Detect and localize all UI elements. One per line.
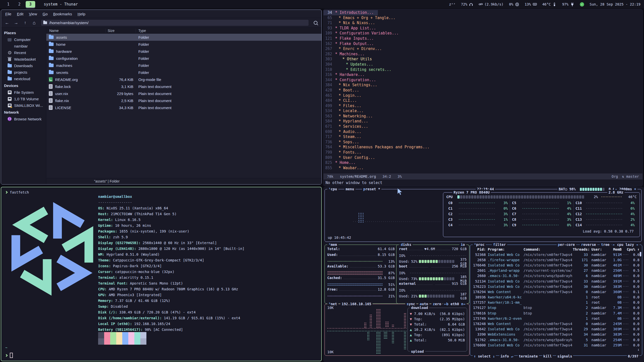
- file-row[interactable]: hardware Folder: [46, 48, 321, 55]
- menu-help[interactable]: Help: [75, 11, 88, 17]
- column-name[interactable]: Name: [46, 29, 106, 33]
- file-row[interactable]: assets Folder: [46, 34, 321, 41]
- sidebar-device-item[interactable]: SMALLBOX Wi...: [1, 102, 46, 109]
- sidebar-place-item[interactable]: projects: [1, 69, 46, 75]
- home-button[interactable]: ⌂: [30, 19, 38, 26]
- process-row[interactable]: 13642 Isolated Web Co /nix/store/sm8fmrf…: [473, 327, 639, 332]
- process-row[interactable]: 2601 .Hyprland-wrapp /run/current-system…: [473, 268, 639, 273]
- terminal-window[interactable]: fastfetch nambiar@smallbox -------------…: [1, 187, 322, 361]
- org-heading-line[interactable]: 162 * Flake Output...: [324, 41, 378, 47]
- path-bar[interactable]: /home/nambiar/system/: [41, 19, 309, 26]
- file-row[interactable]: home Folder: [46, 41, 321, 48]
- org-heading-line[interactable]: 563 * Networking...: [324, 114, 377, 119]
- process-row[interactable]: 2658 .firefox-wrappe /nix/store/sm8fmrf3…: [473, 257, 639, 262]
- org-heading-line[interactable]: 499 * Files...: [324, 103, 365, 109]
- process-row[interactable]: 38936 kworker/u64:6-kc 1 root 0B 0.0: [473, 295, 639, 300]
- proc-filter-button[interactable]: filter: [492, 242, 507, 247]
- proc-reverse-toggle[interactable]: reverse: [580, 242, 597, 247]
- sidebar-place-item[interactable]: nambiar: [1, 43, 46, 49]
- menu-file[interactable]: File: [3, 11, 14, 17]
- signals-button[interactable]: signals: [556, 354, 573, 358]
- sidebar-device-item[interactable]: File System: [1, 89, 46, 96]
- org-heading-line[interactable]: 267 * Envrc + Direnv...: [324, 46, 386, 52]
- org-heading-line[interactable]: 698 * Audio...: [324, 129, 365, 134]
- process-row[interactable]: 178248 Web Content /nix/store/sm8fmrf3wp…: [473, 321, 639, 326]
- org-heading-line[interactable]: 671 * Services...: [324, 124, 372, 129]
- col-mem[interactable]: MemB: [610, 247, 622, 251]
- process-row[interactable]: 52134 Isolated Web Co /nix/store/sm8fmrf…: [473, 279, 639, 284]
- file-row[interactable]: README.org 76,4 KiB Org-mode file: [46, 76, 321, 83]
- org-heading-line[interactable]: 799 * Fonts...: [324, 150, 365, 155]
- sidebar-device-item[interactable]: 1,0 TB Volume: [1, 96, 46, 102]
- file-row[interactable]: flake.lock 3,1 KiB Plain text document: [46, 83, 321, 90]
- process-row[interactable]: 177257 kworker/10:1-mm_ 1 root 0B 0.0: [473, 300, 639, 305]
- back-button[interactable]: ←: [3, 19, 11, 26]
- menu-go[interactable]: Go: [40, 11, 50, 17]
- org-heading-line[interactable]: 121 * Flake Inputs...: [324, 36, 378, 41]
- process-row[interactable]: 179127 btop btop 2 nambiar 7.3M 0.0: [473, 305, 639, 310]
- org-heading-line[interactable]: 93 * TLDR App List...: [324, 26, 380, 31]
- file-row[interactable]: LICENSE 34,3 KiB Plain text document: [46, 104, 321, 111]
- col-command[interactable]: Command:: [524, 247, 573, 251]
- disks-io-toggle[interactable]: io: [459, 242, 466, 247]
- search-button[interactable]: [311, 19, 319, 26]
- menu-view[interactable]: View: [26, 11, 40, 17]
- mem-tab[interactable]: ²mem: [327, 242, 338, 247]
- file-row[interactable]: secrets Folder: [46, 69, 321, 76]
- info-button[interactable]: info ↵: [499, 354, 514, 358]
- column-type[interactable]: Type: [136, 29, 321, 33]
- org-heading-line[interactable]: 109 * Configuration Variables...: [324, 31, 403, 36]
- proc-percore-toggle[interactable]: per-core: [557, 242, 576, 247]
- org-heading-line[interactable]: 461 * Login...: [324, 93, 365, 98]
- org-heading-line[interactable]: 484 * CLI...: [324, 98, 361, 103]
- org-heading-line[interactable]: 809 * User Config...: [324, 155, 379, 160]
- org-heading-line[interactable]: 736 * Sops...: [324, 140, 363, 145]
- org-buffer[interactable]: 34 * Introduction... 65 * Emacs + Org + …: [324, 9, 642, 173]
- sidebar-place-item[interactable]: Downloads: [1, 62, 46, 69]
- proc-tree-toggle[interactable]: tree: [600, 242, 611, 247]
- col-threads[interactable]: Threads:: [573, 247, 591, 251]
- process-scrollbar[interactable]: [640, 252, 641, 256]
- org-heading-line[interactable]: 534 * Locale...: [324, 108, 368, 114]
- org-heading-line[interactable]: 65 * Emacs + Org + Tangle...: [324, 15, 399, 21]
- select-buttons[interactable]: ↑ select ↓: [473, 354, 496, 358]
- process-row[interactable]: 176000 Isolated Web Co /nix/store/sm8fmr…: [473, 342, 639, 348]
- process-row[interactable]: 52368 Isolated Web Co /nix/store/sm8fmrf…: [473, 252, 639, 257]
- file-row[interactable]: machines Folder: [46, 62, 321, 69]
- process-row[interactable]: 176646 Isolated Web Co /nix/store/sm8fmr…: [473, 262, 639, 268]
- org-heading-line[interactable]: 384 * Nix Settings...: [324, 82, 381, 88]
- process-row[interactable]: 175749 kworker/6:2-even 1 root 0B 0.0: [473, 316, 639, 321]
- col-program[interactable]: Program:: [488, 247, 524, 251]
- shell-prompt[interactable]: [5, 353, 13, 358]
- menu-button[interactable]: menu: [344, 187, 355, 192]
- process-row[interactable]: 2660 .emacs-31.0.50- /nix/store/wnqz5pa8…: [473, 273, 639, 279]
- org-heading-line[interactable]: 304 * Updates...: [324, 62, 377, 67]
- preset-button[interactable]: preset *: [362, 187, 381, 192]
- sidebar-place-item[interactable]: Computer: [1, 36, 46, 43]
- col-cpu[interactable]: Cpu% ↑: [622, 247, 639, 251]
- col-pid[interactable]: Pid:: [473, 247, 488, 251]
- net-interface-switcher[interactable]: ←b eth0 n→: [443, 301, 467, 306]
- org-heading-line[interactable]: 316 * Hardware...: [324, 72, 369, 77]
- forward-button[interactable]: →: [12, 19, 20, 26]
- column-size[interactable]: Size: [106, 29, 136, 33]
- org-heading-line[interactable]: 717 * Steam...: [324, 134, 365, 140]
- org-heading-line[interactable]: 344 * Configuration...: [324, 77, 380, 83]
- net-zero-toggle[interactable]: zero: [431, 301, 442, 306]
- sidebar-place-item[interactable]: nextcloud: [1, 75, 46, 82]
- sidebar-place-item[interactable]: Wastebasket: [1, 56, 46, 62]
- terminate-button[interactable]: terminate: [518, 354, 539, 358]
- sidebar-network-item[interactable]: Browse Network: [1, 116, 46, 122]
- org-heading-line[interactable]: 34 * Introduction...: [324, 10, 378, 15]
- org-heading-line[interactable]: 764 * Miscellaneous Packages and Program…: [324, 145, 433, 150]
- org-heading-line[interactable]: 825 * Home...: [324, 160, 359, 165]
- proc-tab[interactable]: ⁴proc: [473, 242, 486, 247]
- org-heading-line[interactable]: 584 * Hyprland...: [324, 119, 372, 124]
- menu-bookmarks[interactable]: Bookmarks: [50, 11, 75, 17]
- up-button[interactable]: ↑: [21, 19, 29, 26]
- workspace-button[interactable]: 2: [15, 1, 24, 8]
- org-heading-line[interactable]: 310 * Editing secrets...: [324, 67, 395, 72]
- process-row[interactable]: 176223 Isolated Web Co /nix/store/sm8fmr…: [473, 284, 639, 289]
- proc-sort-selector[interactable]: ← cpu lazy →: [612, 242, 639, 247]
- process-row[interactable]: 178616 btop btop 2 nambiar 7.4M 0.0: [473, 310, 639, 316]
